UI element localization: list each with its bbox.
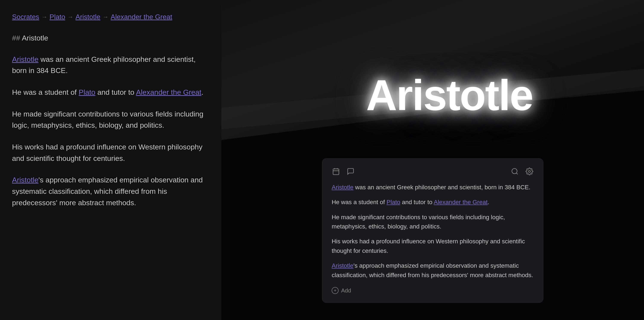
right-panel: Aristotle bbox=[222, 0, 644, 320]
card-link-aristotle-p5[interactable]: Aristotle bbox=[332, 262, 354, 269]
add-button[interactable]: + Add bbox=[332, 287, 534, 294]
card-toolbar bbox=[332, 167, 534, 176]
link-aristotle-p1[interactable]: Aristotle bbox=[12, 55, 38, 63]
card-link-aristotle-p1[interactable]: Aristotle bbox=[332, 184, 354, 191]
breadcrumb-socrates[interactable]: Socrates bbox=[12, 13, 39, 21]
plus-circle-icon: + bbox=[332, 287, 338, 294]
breadcrumb-arrow-3: → bbox=[102, 14, 108, 21]
paragraph-5: Aristotle's approach emphasized empirica… bbox=[12, 174, 209, 208]
breadcrumb-arrow-1: → bbox=[41, 14, 47, 21]
page-icon[interactable] bbox=[332, 167, 340, 176]
paragraph-3: He made significant contributions to var… bbox=[12, 108, 209, 131]
add-label: Add bbox=[341, 287, 351, 294]
breadcrumb: Socrates → Plato → Aristotle → Alexander… bbox=[12, 13, 209, 21]
card-body: Aristotle was an ancient Greek philosoph… bbox=[332, 183, 534, 294]
card-paragraph-5: Aristotle's approach emphasized empirica… bbox=[332, 261, 534, 280]
svg-line-8 bbox=[516, 173, 518, 175]
card-paragraph-4: His works had a profound influence on We… bbox=[332, 237, 534, 255]
heading-hash: ## bbox=[12, 34, 20, 42]
card-link-alexander-p2[interactable]: Alexander the Great bbox=[434, 199, 488, 205]
breadcrumb-arrow-2: → bbox=[67, 14, 73, 21]
card-paragraph-1: Aristotle was an ancient Greek philosoph… bbox=[332, 183, 534, 192]
card-toolbar-right bbox=[510, 167, 534, 176]
card-paragraph-2: He was a student of Plato and tutor to A… bbox=[332, 198, 534, 207]
info-card: Aristotle was an ancient Greek philosoph… bbox=[322, 158, 544, 303]
breadcrumb-alexander[interactable]: Alexander the Great bbox=[111, 13, 172, 21]
paragraph-4: His works had a profound influence on We… bbox=[12, 141, 209, 164]
breadcrumb-plato[interactable]: Plato bbox=[50, 13, 65, 21]
breadcrumb-aristotle[interactable]: Aristotle bbox=[76, 13, 100, 21]
card-link-plato-p2[interactable]: Plato bbox=[386, 199, 400, 205]
search-icon[interactable] bbox=[510, 167, 519, 176]
paragraph-1: Aristotle was an ancient Greek philosoph… bbox=[12, 54, 209, 76]
card-toolbar-left bbox=[332, 167, 355, 176]
comment-icon[interactable] bbox=[346, 167, 355, 176]
card-paragraph-3: He made significant contributions to var… bbox=[332, 213, 534, 231]
settings-icon[interactable] bbox=[525, 167, 534, 176]
glow-title: Aristotle bbox=[366, 70, 533, 120]
svg-rect-3 bbox=[333, 169, 339, 175]
page-heading: ## Aristotle bbox=[12, 33, 209, 43]
link-aristotle-p5[interactable]: Aristotle bbox=[12, 176, 38, 184]
svg-point-7 bbox=[512, 169, 517, 174]
paragraph-2: He was a student of Plato and tutor to A… bbox=[12, 87, 209, 98]
link-alexander-p2[interactable]: Alexander the Great bbox=[136, 88, 201, 96]
left-panel: Socrates → Plato → Aristotle → Alexander… bbox=[0, 0, 222, 320]
link-plato-p2[interactable]: Plato bbox=[79, 88, 96, 96]
content-area: ## Aristotle Aristotle was an ancient Gr… bbox=[12, 33, 209, 208]
svg-point-9 bbox=[528, 170, 530, 172]
